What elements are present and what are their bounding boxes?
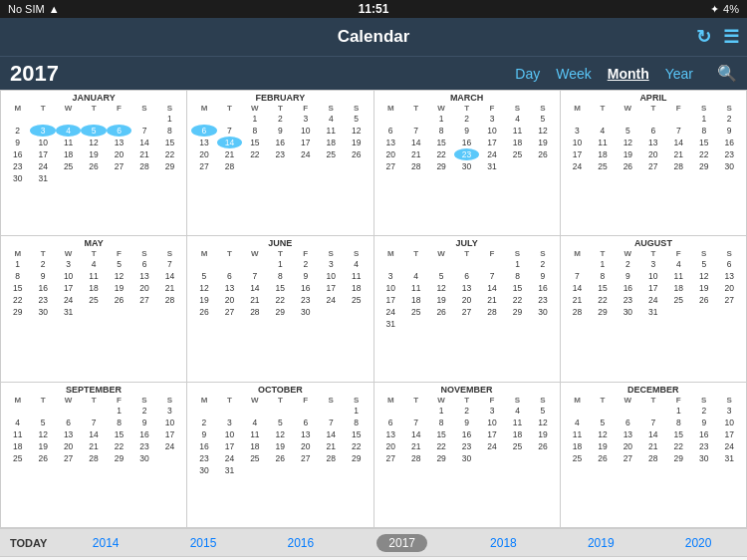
calendar-day[interactable]: 8: [344, 417, 370, 428]
calendar-day[interactable]: 6: [454, 270, 479, 282]
calendar-day[interactable]: 8: [157, 125, 183, 137]
calendar-day[interactable]: 14: [403, 428, 428, 440]
calendar-day[interactable]: 6: [56, 417, 81, 428]
calendar-day[interactable]: 22: [666, 440, 691, 452]
calendar-day[interactable]: 14: [479, 282, 504, 294]
calendar-day[interactable]: 10: [217, 428, 242, 440]
calendar-day[interactable]: 16: [30, 282, 55, 294]
calendar-day[interactable]: 5: [30, 417, 55, 428]
calendar-day[interactable]: 26: [191, 306, 216, 318]
calendar-day[interactable]: 15: [691, 137, 716, 148]
calendar-day[interactable]: 30: [454, 160, 479, 172]
calendar-day[interactable]: 27: [293, 452, 318, 464]
calendar-day[interactable]: 15: [107, 428, 131, 440]
calendar-day[interactable]: 24: [56, 294, 81, 306]
calendar-day[interactable]: 23: [131, 440, 156, 452]
timeline-year-2015[interactable]: 2015: [182, 534, 225, 552]
calendar-day[interactable]: 3: [319, 258, 344, 270]
calendar-day[interactable]: 20: [56, 440, 81, 452]
calendar-day[interactable]: 4: [590, 125, 615, 137]
calendar-day[interactable]: 4: [565, 417, 590, 428]
calendar-day[interactable]: 9: [5, 137, 30, 148]
calendar-day[interactable]: 1: [590, 258, 615, 270]
calendar-day[interactable]: 1: [505, 258, 530, 270]
calendar-day[interactable]: 5: [530, 405, 556, 417]
calendar-day[interactable]: 13: [293, 428, 318, 440]
calendar-day[interactable]: 12: [530, 417, 556, 428]
calendar-day[interactable]: 14: [319, 428, 344, 440]
timeline-year-2016[interactable]: 2016: [279, 534, 322, 552]
calendar-day[interactable]: 17: [565, 148, 590, 160]
calendar-day[interactable]: 5: [344, 113, 370, 125]
calendar-day[interactable]: 24: [378, 306, 403, 318]
calendar-day[interactable]: 23: [691, 440, 716, 452]
calendar-day[interactable]: 21: [242, 294, 267, 306]
calendar-day[interactable]: 15: [590, 282, 615, 294]
calendar-day[interactable]: 24: [479, 148, 504, 160]
calendar-day[interactable]: 25: [505, 148, 530, 160]
calendar-day[interactable]: 17: [157, 428, 183, 440]
calendar-day[interactable]: 25: [505, 440, 530, 452]
calendar-day[interactable]: 16: [616, 282, 640, 294]
calendar-day[interactable]: 16: [530, 282, 556, 294]
calendar-day[interactable]: 25: [666, 294, 691, 306]
calendar-day[interactable]: 2: [131, 405, 156, 417]
calendar-day[interactable]: 13: [616, 428, 640, 440]
calendar-day[interactable]: 23: [616, 294, 640, 306]
calendar-day[interactable]: 14: [640, 428, 665, 440]
calendar-day[interactable]: 30: [691, 452, 716, 464]
calendar-day[interactable]: 24: [30, 160, 55, 172]
calendar-day[interactable]: 11: [242, 428, 267, 440]
calendar-day[interactable]: 12: [616, 137, 640, 148]
calendar-day[interactable]: 10: [319, 270, 344, 282]
calendar-day[interactable]: 10: [56, 270, 81, 282]
calendar-day[interactable]: 11: [5, 428, 30, 440]
calendar-day[interactable]: 27: [378, 160, 403, 172]
calendar-day[interactable]: 27: [454, 306, 479, 318]
calendar-day[interactable]: 23: [454, 440, 479, 452]
calendar-day[interactable]: 31: [217, 464, 242, 476]
calendar-day[interactable]: 18: [5, 440, 30, 452]
calendar-day[interactable]: 2: [616, 258, 640, 270]
calendar-day[interactable]: 2: [454, 113, 479, 125]
calendar-day[interactable]: 2: [530, 258, 556, 270]
calendar-day[interactable]: 26: [344, 148, 370, 160]
menu-icon[interactable]: ☰: [723, 26, 739, 48]
calendar-day[interactable]: 20: [107, 148, 131, 160]
calendar-day[interactable]: 11: [403, 282, 428, 294]
calendar-day[interactable]: 28: [157, 294, 183, 306]
calendar-day[interactable]: 3: [640, 258, 665, 270]
calendar-day[interactable]: 9: [716, 125, 742, 137]
calendar-day[interactable]: 24: [293, 148, 318, 160]
calendar-day[interactable]: 22: [428, 148, 453, 160]
calendar-day[interactable]: 9: [131, 417, 156, 428]
calendar-day[interactable]: 6: [616, 417, 640, 428]
calendar-day[interactable]: 7: [242, 270, 267, 282]
calendar-day[interactable]: 21: [403, 148, 428, 160]
calendar-day[interactable]: 30: [5, 172, 30, 184]
calendar-day[interactable]: 28: [403, 160, 428, 172]
tab-year[interactable]: Year: [665, 66, 693, 82]
calendar-day[interactable]: 28: [81, 452, 106, 464]
calendar-day[interactable]: 8: [428, 417, 453, 428]
calendar-day[interactable]: 17: [30, 148, 55, 160]
calendar-day[interactable]: 12: [344, 125, 370, 137]
calendar-day[interactable]: 13: [107, 137, 131, 148]
calendar-day[interactable]: 18: [505, 137, 530, 148]
calendar-day[interactable]: 19: [191, 294, 216, 306]
calendar-day[interactable]: 18: [403, 294, 428, 306]
calendar-day[interactable]: 10: [479, 417, 504, 428]
calendar-day[interactable]: 8: [691, 125, 716, 137]
calendar-day[interactable]: 10: [378, 282, 403, 294]
calendar-day[interactable]: 15: [666, 428, 691, 440]
calendar-day[interactable]: 16: [191, 440, 216, 452]
calendar-day[interactable]: 20: [716, 282, 742, 294]
calendar-day[interactable]: 15: [505, 282, 530, 294]
calendar-day[interactable]: 21: [319, 440, 344, 452]
calendar-day[interactable]: 20: [293, 440, 318, 452]
calendar-day[interactable]: 18: [56, 148, 81, 160]
calendar-day[interactable]: 28: [403, 452, 428, 464]
calendar-day[interactable]: 16: [268, 137, 293, 148]
calendar-day[interactable]: 20: [191, 148, 216, 160]
calendar-day[interactable]: 10: [30, 137, 55, 148]
